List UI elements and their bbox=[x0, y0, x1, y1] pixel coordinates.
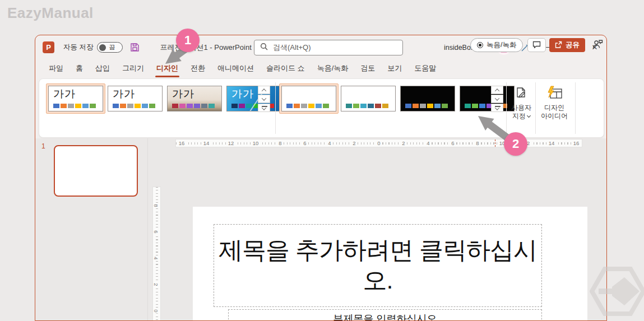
ruler-marker bbox=[495, 139, 495, 147]
theme-thumbnail-2[interactable]: 가가 bbox=[108, 86, 163, 111]
h-ruler-number: 6 bbox=[302, 140, 308, 146]
variant-thumbnail-2[interactable] bbox=[341, 86, 396, 111]
tab-홈[interactable]: 홈 bbox=[70, 59, 89, 78]
tab-전환[interactable]: 전환 bbox=[184, 59, 211, 78]
h-ruler-number: 4 bbox=[326, 140, 332, 146]
variants-scroll bbox=[491, 86, 503, 113]
h-ruler-number: 10 bbox=[498, 140, 507, 146]
tab-애니메이션[interactable]: 애니메이션 bbox=[211, 59, 260, 78]
v-ruler-number: 2 bbox=[153, 282, 159, 287]
autosave-toggle[interactable]: 끔 bbox=[97, 42, 123, 53]
slide-thumbnail[interactable] bbox=[54, 145, 138, 197]
h-ruler-number: 6 bbox=[450, 140, 456, 146]
themes-scroll-up[interactable] bbox=[258, 86, 270, 94]
slide-number: 1 bbox=[41, 142, 45, 150]
main-area: 1 1614121086420246810121416 86420 제목을 추가… bbox=[35, 138, 606, 320]
variants-scroll-down[interactable] bbox=[491, 95, 503, 103]
h-ruler-number: 14 bbox=[547, 140, 557, 146]
search-icon bbox=[260, 43, 268, 53]
theme-thumbnail-selected-highlight: 가가 bbox=[46, 83, 105, 114]
share-icon bbox=[555, 41, 562, 50]
theme-color-swatches bbox=[346, 104, 388, 108]
variants-scroll-up[interactable] bbox=[491, 86, 503, 94]
v-ruler-number: 8 bbox=[153, 203, 159, 208]
comments-button[interactable] bbox=[527, 38, 546, 52]
powerpoint-icon[interactable]: P bbox=[43, 41, 54, 53]
design-ideas-button[interactable]: 디자인 아이디어 bbox=[537, 86, 572, 120]
autosave-label: 자동 저장 bbox=[63, 43, 93, 52]
theme-thumbnail-4[interactable]: 가가 bbox=[226, 86, 281, 111]
h-ruler-number: 16 bbox=[572, 140, 581, 146]
share-button[interactable]: 공유 bbox=[549, 38, 585, 52]
design-ideas-label-1: 디자인 bbox=[537, 104, 572, 112]
document-title: 프레젠테이션1 - PowerPoint bbox=[160, 43, 251, 53]
h-ruler-number: 10 bbox=[251, 140, 261, 146]
themes-scroll bbox=[258, 86, 270, 113]
theme-thumbnail-label: 가가 bbox=[113, 87, 135, 101]
theme-color-swatches bbox=[113, 104, 155, 108]
horizontal-ruler: 1614121086420246810121416 bbox=[175, 139, 582, 147]
title-placeholder-text: 제목을 추가하려면 클릭하십시오. bbox=[214, 235, 541, 296]
person-comment-icon bbox=[592, 39, 603, 51]
h-ruler-number: 16 bbox=[177, 140, 187, 146]
theme-color-swatches bbox=[286, 104, 329, 108]
tab-슬라이드 쇼[interactable]: 슬라이드 쇼 bbox=[260, 59, 311, 78]
tab-보기[interactable]: 보기 bbox=[381, 59, 408, 78]
themes-more-button[interactable] bbox=[258, 104, 270, 112]
title-placeholder[interactable]: 제목을 추가하려면 클릭하십시오. bbox=[214, 224, 542, 307]
theme-thumbnail-3[interactable]: 가가 bbox=[167, 86, 222, 111]
h-ruler-number: 0 bbox=[376, 140, 382, 146]
share-button-label: 공유 bbox=[566, 40, 580, 50]
tab-도움말[interactable]: 도움말 bbox=[408, 59, 442, 78]
lightning-layout-icon bbox=[537, 86, 572, 100]
autosave-state: 끔 bbox=[109, 43, 115, 52]
tab-검토[interactable]: 검토 bbox=[354, 59, 381, 78]
design-ideas-label-2: 아이디어 bbox=[537, 112, 572, 120]
search-input[interactable]: 검색(Alt+Q) bbox=[254, 40, 403, 55]
present-to-people-button[interactable] bbox=[589, 38, 606, 52]
record-button-label: 녹음/녹화 bbox=[487, 40, 516, 50]
save-icon[interactable] bbox=[130, 43, 140, 52]
variant-thumbnail-1[interactable] bbox=[281, 86, 336, 111]
chevron-down-icon bbox=[527, 114, 531, 118]
customize-button[interactable]: 사용자 지정 bbox=[508, 87, 535, 120]
theme-color-swatches bbox=[405, 104, 448, 108]
customize-label-2: 지정 bbox=[512, 112, 526, 120]
variant-thumbnail-3[interactable] bbox=[400, 86, 455, 111]
record-dot-icon bbox=[477, 42, 483, 48]
customize-label-1: 사용자 bbox=[508, 104, 535, 112]
tab-그리기[interactable]: 그리기 bbox=[116, 59, 150, 78]
variants-more-button[interactable] bbox=[491, 104, 503, 112]
tab-디자인[interactable]: 디자인 bbox=[150, 59, 184, 78]
tab-녹음/녹화[interactable]: 녹음/녹화 bbox=[311, 59, 355, 78]
h-ruler-number: 8 bbox=[474, 140, 480, 146]
themes-scroll-down[interactable] bbox=[258, 95, 270, 103]
document-pencil-icon bbox=[508, 87, 535, 100]
v-ruler-number: 6 bbox=[153, 229, 159, 234]
tab-삽입[interactable]: 삽입 bbox=[89, 59, 116, 78]
powerpoint-window: P 자동 저장 끔 프레젠테이션1 - PowerPoint 검색(Alt+Q)… bbox=[35, 35, 607, 321]
h-ruler-number: 12 bbox=[226, 140, 236, 146]
variant-thumbnail-selected-highlight bbox=[279, 83, 339, 114]
h-ruler-number: 4 bbox=[425, 140, 431, 146]
theme-thumbnail-1[interactable]: 가가 bbox=[48, 86, 103, 111]
subtitle-placeholder[interactable]: 부제목을 입력하십시오 bbox=[228, 309, 542, 321]
record-button[interactable]: 녹음/녹화 bbox=[470, 38, 523, 52]
toggle-knob bbox=[99, 44, 106, 51]
subtitle-placeholder-text: 부제목을 입력하십시오 bbox=[333, 313, 437, 321]
comment-icon bbox=[532, 40, 541, 50]
theme-thumbnail-label: 가가 bbox=[53, 87, 76, 101]
h-ruler-number: 14 bbox=[202, 140, 211, 146]
search-placeholder: 검색(Alt+Q) bbox=[273, 43, 311, 53]
h-ruler-number: 12 bbox=[522, 140, 532, 146]
h-ruler-number: 2 bbox=[400, 140, 406, 146]
ribbon-tabs: 파일홈삽입그리기디자인전환애니메이션슬라이드 쇼녹음/녹화검토보기도움말 bbox=[35, 59, 606, 78]
h-ruler-number: 2 bbox=[351, 140, 357, 146]
design-ribbon: 가가가가가가가가 테마 적용 bbox=[39, 78, 604, 138]
slide-canvas[interactable]: 제목을 추가하려면 클릭하십시오. 부제목을 입력하십시오 bbox=[193, 207, 587, 321]
theme-thumbnail-label: 가가 bbox=[231, 87, 254, 101]
tab-파일[interactable]: 파일 bbox=[43, 59, 70, 78]
theme-color-swatches bbox=[172, 104, 215, 108]
autosave-control: 자동 저장 끔 bbox=[63, 42, 123, 53]
vertical-ruler: 86420 bbox=[152, 187, 161, 321]
